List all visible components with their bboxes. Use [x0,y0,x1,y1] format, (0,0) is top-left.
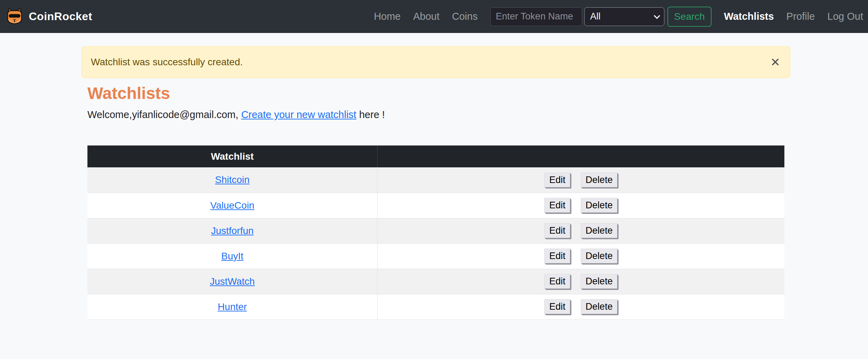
watchlist-link[interactable]: Shitcoin [215,174,250,185]
table-row: JustWatch Edit Delete [87,269,784,294]
welcome-suffix: here ! [356,109,385,120]
brand[interactable]: CoinRocket [6,8,92,26]
delete-button[interactable]: Delete [581,223,618,238]
coinrocket-logo-icon [6,8,24,26]
token-filter-select[interactable]: All [584,7,664,26]
success-alert: Watchlist was successfully created. ✕ [82,46,790,78]
alert-message: Watchlist was successfully created. [91,57,243,68]
token-filter-value: All [590,11,601,22]
nav-profile[interactable]: Profile [786,11,815,22]
chevron-down-icon [654,12,660,19]
close-icon[interactable]: ✕ [771,56,781,68]
watchlist-link[interactable]: Justforfun [211,225,254,236]
navbar: CoinRocket Home About Coins All Search W… [0,0,868,33]
delete-button[interactable]: Delete [581,198,618,213]
main-content: Watchlist was successfully created. ✕ Wa… [82,46,790,320]
search-button[interactable]: Search [667,7,712,27]
table-row: Shitcoin Edit Delete [87,167,784,193]
edit-button[interactable]: Edit [544,173,570,187]
create-watchlist-link[interactable]: Create your new watchlist [241,109,356,120]
watchlists-table: Watchlist Shitcoin Edit Delete ValueCoin… [87,145,784,320]
welcome-line: Welcome,yifanlicode@gmail.com, Create yo… [87,109,784,120]
nav-about[interactable]: About [413,11,440,22]
edit-button[interactable]: Edit [544,249,570,264]
edit-button[interactable]: Edit [544,299,570,314]
edit-button[interactable]: Edit [544,198,570,213]
edit-button[interactable]: Edit [544,223,570,238]
table-row: Hunter Edit Delete [87,294,784,319]
nav-watchlists[interactable]: Watchlists [724,11,774,22]
watchlist-link[interactable]: JustWatch [210,276,255,287]
table-row: BuyIt Edit Delete [87,243,784,269]
watchlist-link[interactable]: Hunter [218,301,247,312]
watchlists-section: Watchlists Welcome,yifanlicode@gmail.com… [82,84,790,320]
nav-logout[interactable]: Log Out [827,11,863,22]
watchlist-link[interactable]: BuyIt [221,251,244,261]
delete-button[interactable]: Delete [581,249,618,264]
welcome-text: Welcome,yifanlicode@gmail.com, [87,109,241,120]
nav-coins[interactable]: Coins [452,11,478,22]
table-row: Justforfun Edit Delete [87,218,784,243]
delete-button[interactable]: Delete [581,274,618,289]
watchlist-link[interactable]: ValueCoin [210,200,254,211]
nav-menu: Home About Coins All Search Watchlists P… [374,7,863,27]
table-row: ValueCoin Edit Delete [87,193,784,218]
column-header-actions [377,145,784,167]
brand-name: CoinRocket [29,10,92,23]
column-header-watchlist: Watchlist [87,145,377,167]
token-search-input[interactable] [490,7,582,26]
edit-button[interactable]: Edit [544,274,570,289]
token-search-group: All Search [490,7,712,27]
page-title: Watchlists [87,84,784,103]
nav-home[interactable]: Home [374,11,401,22]
table-header-row: Watchlist [87,145,784,167]
delete-button[interactable]: Delete [581,299,618,314]
delete-button[interactable]: Delete [581,173,618,187]
